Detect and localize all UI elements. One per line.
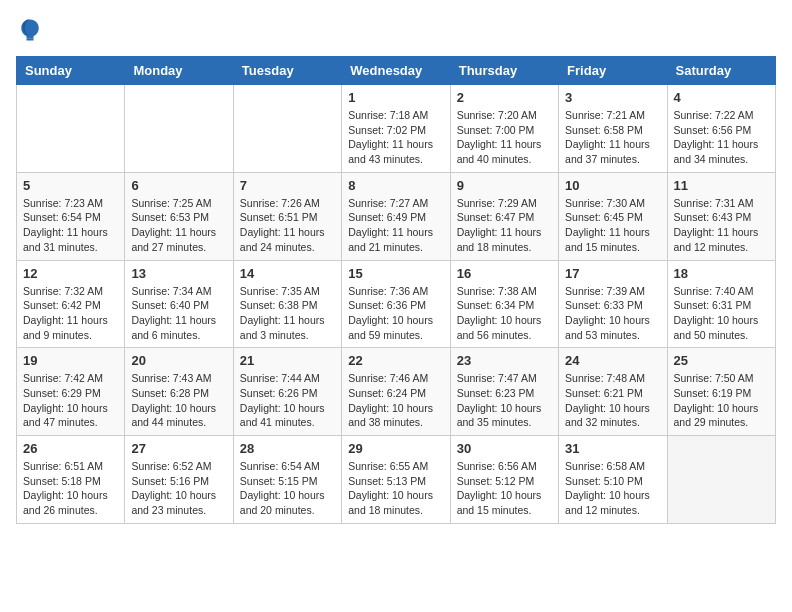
calendar-day-cell: 15Sunrise: 7:36 AM Sunset: 6:36 PM Dayli… <box>342 260 450 348</box>
day-number: 3 <box>565 90 660 105</box>
day-info: Sunrise: 7:44 AM Sunset: 6:26 PM Dayligh… <box>240 371 335 430</box>
day-info: Sunrise: 7:38 AM Sunset: 6:34 PM Dayligh… <box>457 284 552 343</box>
calendar-day-cell: 31Sunrise: 6:58 AM Sunset: 5:10 PM Dayli… <box>559 436 667 524</box>
day-of-week-header: Monday <box>125 57 233 85</box>
calendar-day-cell: 2Sunrise: 7:20 AM Sunset: 7:00 PM Daylig… <box>450 85 558 173</box>
logo-icon <box>16 16 44 44</box>
calendar-day-cell: 6Sunrise: 7:25 AM Sunset: 6:53 PM Daylig… <box>125 172 233 260</box>
calendar-day-cell: 28Sunrise: 6:54 AM Sunset: 5:15 PM Dayli… <box>233 436 341 524</box>
calendar-week-row: 12Sunrise: 7:32 AM Sunset: 6:42 PM Dayli… <box>17 260 776 348</box>
day-info: Sunrise: 6:58 AM Sunset: 5:10 PM Dayligh… <box>565 459 660 518</box>
day-info: Sunrise: 7:27 AM Sunset: 6:49 PM Dayligh… <box>348 196 443 255</box>
calendar-day-cell: 18Sunrise: 7:40 AM Sunset: 6:31 PM Dayli… <box>667 260 775 348</box>
day-of-week-header: Saturday <box>667 57 775 85</box>
calendar-day-cell: 9Sunrise: 7:29 AM Sunset: 6:47 PM Daylig… <box>450 172 558 260</box>
day-info: Sunrise: 7:20 AM Sunset: 7:00 PM Dayligh… <box>457 108 552 167</box>
day-info: Sunrise: 7:30 AM Sunset: 6:45 PM Dayligh… <box>565 196 660 255</box>
day-number: 9 <box>457 178 552 193</box>
calendar-day-cell: 12Sunrise: 7:32 AM Sunset: 6:42 PM Dayli… <box>17 260 125 348</box>
day-number: 4 <box>674 90 769 105</box>
day-info: Sunrise: 7:31 AM Sunset: 6:43 PM Dayligh… <box>674 196 769 255</box>
day-number: 18 <box>674 266 769 281</box>
calendar: SundayMondayTuesdayWednesdayThursdayFrid… <box>16 56 776 524</box>
day-number: 15 <box>348 266 443 281</box>
calendar-day-cell: 26Sunrise: 6:51 AM Sunset: 5:18 PM Dayli… <box>17 436 125 524</box>
day-info: Sunrise: 7:40 AM Sunset: 6:31 PM Dayligh… <box>674 284 769 343</box>
day-number: 26 <box>23 441 118 456</box>
calendar-day-cell: 17Sunrise: 7:39 AM Sunset: 6:33 PM Dayli… <box>559 260 667 348</box>
calendar-day-cell <box>17 85 125 173</box>
day-info: Sunrise: 7:23 AM Sunset: 6:54 PM Dayligh… <box>23 196 118 255</box>
calendar-week-row: 1Sunrise: 7:18 AM Sunset: 7:02 PM Daylig… <box>17 85 776 173</box>
day-number: 13 <box>131 266 226 281</box>
day-info: Sunrise: 7:42 AM Sunset: 6:29 PM Dayligh… <box>23 371 118 430</box>
calendar-day-cell: 11Sunrise: 7:31 AM Sunset: 6:43 PM Dayli… <box>667 172 775 260</box>
calendar-day-cell: 21Sunrise: 7:44 AM Sunset: 6:26 PM Dayli… <box>233 348 341 436</box>
day-number: 29 <box>348 441 443 456</box>
calendar-day-cell: 3Sunrise: 7:21 AM Sunset: 6:58 PM Daylig… <box>559 85 667 173</box>
day-info: Sunrise: 6:51 AM Sunset: 5:18 PM Dayligh… <box>23 459 118 518</box>
day-of-week-header: Tuesday <box>233 57 341 85</box>
calendar-day-cell: 25Sunrise: 7:50 AM Sunset: 6:19 PM Dayli… <box>667 348 775 436</box>
day-number: 2 <box>457 90 552 105</box>
day-info: Sunrise: 6:54 AM Sunset: 5:15 PM Dayligh… <box>240 459 335 518</box>
calendar-header-row: SundayMondayTuesdayWednesdayThursdayFrid… <box>17 57 776 85</box>
day-info: Sunrise: 7:22 AM Sunset: 6:56 PM Dayligh… <box>674 108 769 167</box>
calendar-day-cell <box>125 85 233 173</box>
day-number: 17 <box>565 266 660 281</box>
calendar-day-cell: 22Sunrise: 7:46 AM Sunset: 6:24 PM Dayli… <box>342 348 450 436</box>
day-info: Sunrise: 7:43 AM Sunset: 6:28 PM Dayligh… <box>131 371 226 430</box>
page-header <box>16 16 776 44</box>
day-info: Sunrise: 7:34 AM Sunset: 6:40 PM Dayligh… <box>131 284 226 343</box>
day-of-week-header: Friday <box>559 57 667 85</box>
day-number: 1 <box>348 90 443 105</box>
day-number: 23 <box>457 353 552 368</box>
calendar-day-cell: 5Sunrise: 7:23 AM Sunset: 6:54 PM Daylig… <box>17 172 125 260</box>
day-number: 14 <box>240 266 335 281</box>
calendar-day-cell: 16Sunrise: 7:38 AM Sunset: 6:34 PM Dayli… <box>450 260 558 348</box>
day-info: Sunrise: 7:29 AM Sunset: 6:47 PM Dayligh… <box>457 196 552 255</box>
calendar-day-cell: 1Sunrise: 7:18 AM Sunset: 7:02 PM Daylig… <box>342 85 450 173</box>
day-info: Sunrise: 7:46 AM Sunset: 6:24 PM Dayligh… <box>348 371 443 430</box>
day-info: Sunrise: 6:56 AM Sunset: 5:12 PM Dayligh… <box>457 459 552 518</box>
day-info: Sunrise: 7:18 AM Sunset: 7:02 PM Dayligh… <box>348 108 443 167</box>
calendar-day-cell: 7Sunrise: 7:26 AM Sunset: 6:51 PM Daylig… <box>233 172 341 260</box>
calendar-day-cell <box>667 436 775 524</box>
calendar-day-cell <box>233 85 341 173</box>
calendar-day-cell: 23Sunrise: 7:47 AM Sunset: 6:23 PM Dayli… <box>450 348 558 436</box>
calendar-day-cell: 20Sunrise: 7:43 AM Sunset: 6:28 PM Dayli… <box>125 348 233 436</box>
day-info: Sunrise: 7:39 AM Sunset: 6:33 PM Dayligh… <box>565 284 660 343</box>
day-number: 21 <box>240 353 335 368</box>
day-number: 25 <box>674 353 769 368</box>
day-info: Sunrise: 7:36 AM Sunset: 6:36 PM Dayligh… <box>348 284 443 343</box>
calendar-week-row: 26Sunrise: 6:51 AM Sunset: 5:18 PM Dayli… <box>17 436 776 524</box>
day-info: Sunrise: 6:52 AM Sunset: 5:16 PM Dayligh… <box>131 459 226 518</box>
day-number: 20 <box>131 353 226 368</box>
day-number: 6 <box>131 178 226 193</box>
calendar-day-cell: 27Sunrise: 6:52 AM Sunset: 5:16 PM Dayli… <box>125 436 233 524</box>
day-info: Sunrise: 7:21 AM Sunset: 6:58 PM Dayligh… <box>565 108 660 167</box>
day-info: Sunrise: 7:50 AM Sunset: 6:19 PM Dayligh… <box>674 371 769 430</box>
day-number: 24 <box>565 353 660 368</box>
calendar-day-cell: 14Sunrise: 7:35 AM Sunset: 6:38 PM Dayli… <box>233 260 341 348</box>
day-number: 19 <box>23 353 118 368</box>
day-number: 10 <box>565 178 660 193</box>
calendar-week-row: 5Sunrise: 7:23 AM Sunset: 6:54 PM Daylig… <box>17 172 776 260</box>
calendar-week-row: 19Sunrise: 7:42 AM Sunset: 6:29 PM Dayli… <box>17 348 776 436</box>
calendar-day-cell: 10Sunrise: 7:30 AM Sunset: 6:45 PM Dayli… <box>559 172 667 260</box>
day-info: Sunrise: 7:32 AM Sunset: 6:42 PM Dayligh… <box>23 284 118 343</box>
day-number: 11 <box>674 178 769 193</box>
day-number: 27 <box>131 441 226 456</box>
day-info: Sunrise: 6:55 AM Sunset: 5:13 PM Dayligh… <box>348 459 443 518</box>
day-number: 31 <box>565 441 660 456</box>
day-number: 8 <box>348 178 443 193</box>
calendar-day-cell: 19Sunrise: 7:42 AM Sunset: 6:29 PM Dayli… <box>17 348 125 436</box>
day-info: Sunrise: 7:48 AM Sunset: 6:21 PM Dayligh… <box>565 371 660 430</box>
logo <box>16 16 48 44</box>
calendar-day-cell: 30Sunrise: 6:56 AM Sunset: 5:12 PM Dayli… <box>450 436 558 524</box>
day-number: 22 <box>348 353 443 368</box>
day-number: 12 <box>23 266 118 281</box>
day-of-week-header: Thursday <box>450 57 558 85</box>
day-number: 28 <box>240 441 335 456</box>
day-number: 16 <box>457 266 552 281</box>
